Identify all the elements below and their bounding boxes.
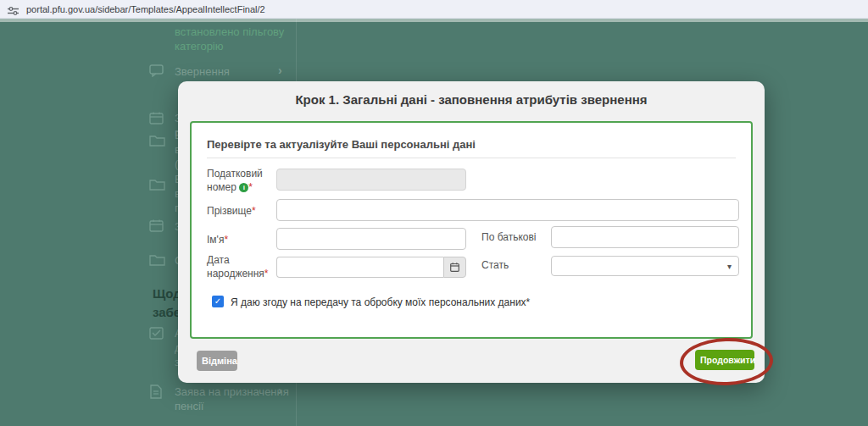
birth-date-input[interactable] xyxy=(276,257,443,278)
birth-date-field xyxy=(276,257,466,278)
appeals-icon xyxy=(149,64,165,77)
panel-header: Перевірте та актуалізуйте Ваші персональ… xyxy=(207,138,476,151)
surname-label: Прізвище* xyxy=(207,204,256,218)
sidebar-item-pension-application[interactable]: Заява на призначення пенсії xyxy=(175,385,289,413)
patronymic-label: По батькові xyxy=(481,230,537,244)
patronymic-input[interactable] xyxy=(551,226,739,248)
calendar-icon xyxy=(450,263,459,272)
folder-icon xyxy=(149,134,165,147)
browser-address-bar[interactable]: portal.pfu.gov.ua/sidebar/Templates/Appe… xyxy=(0,0,868,19)
url-text[interactable]: portal.pfu.gov.ua/sidebar/Templates/Appe… xyxy=(26,4,265,14)
consent-label: Я даю згоду на передачу та обробку моїх … xyxy=(231,296,530,308)
check-icon: ✓ xyxy=(214,296,221,306)
surname-input[interactable] xyxy=(276,199,739,221)
calendar-icon xyxy=(149,112,165,124)
calendar-icon xyxy=(149,219,165,232)
modal-title: Крок 1. Загальні дані - заповнення атриб… xyxy=(178,92,765,107)
continue-button[interactable]: Продовжити xyxy=(695,350,754,370)
first-name-input[interactable] xyxy=(276,228,466,250)
document-icon xyxy=(149,385,165,397)
screenshot-root: portal.pfu.gov.ua/sidebar/Templates/Appe… xyxy=(0,0,868,426)
panel-divider xyxy=(207,158,736,158)
tax-number-input xyxy=(276,169,466,191)
consent-checkbox[interactable]: ✓ xyxy=(212,296,224,307)
folder-icon xyxy=(149,178,165,191)
chevron-down-icon: ▾ xyxy=(727,262,732,271)
calendar-button[interactable] xyxy=(443,257,466,278)
sidebar-item-appeals[interactable]: Звернення xyxy=(175,64,230,79)
first-name-label: Ім'я* xyxy=(207,233,228,246)
tax-number-label: Податковий номер i* xyxy=(207,167,263,194)
step1-modal: Крок 1. Загальні дані - заповнення атриб… xyxy=(178,81,765,383)
chevron-right-icon[interactable]: › xyxy=(278,384,282,397)
form-icon xyxy=(149,327,165,340)
info-icon[interactable]: i xyxy=(239,183,248,192)
personal-data-panel: Перевірте та актуалізуйте Ваші персональ… xyxy=(190,121,753,339)
cancel-button[interactable]: Відміна xyxy=(197,351,237,371)
chevron-right-icon[interactable]: › xyxy=(278,64,282,77)
sidebar-note: встановлено пільгову категорію xyxy=(175,25,284,53)
birth-date-label: Дата народження* xyxy=(207,253,269,280)
gender-select[interactable]: ▾ xyxy=(551,256,739,276)
folder-icon xyxy=(149,253,165,266)
site-settings-icon[interactable] xyxy=(8,4,19,14)
gender-label: Стать xyxy=(481,258,509,272)
